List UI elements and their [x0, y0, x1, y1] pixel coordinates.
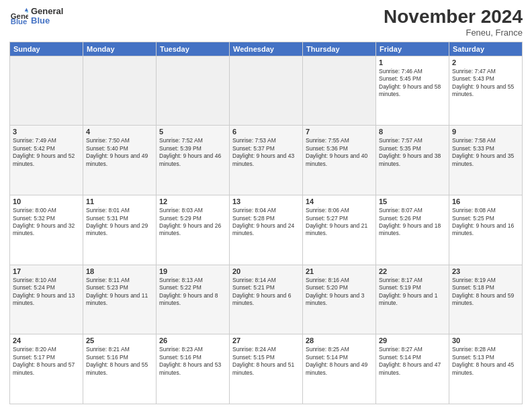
- day-info: Sunrise: 7:50 AM Sunset: 5:40 PM Dayligh…: [86, 137, 153, 168]
- day-info: Sunrise: 7:53 AM Sunset: 5:37 PM Dayligh…: [232, 137, 300, 168]
- calendar-week-2: 3Sunrise: 7:49 AM Sunset: 5:42 PM Daylig…: [10, 126, 523, 195]
- table-row: 22Sunrise: 8:17 AM Sunset: 5:19 PM Dayli…: [376, 265, 449, 334]
- day-number: 12: [159, 197, 226, 205]
- day-number: 21: [306, 267, 373, 275]
- day-number: 4: [86, 128, 153, 136]
- table-row: 23Sunrise: 8:19 AM Sunset: 5:18 PM Dayli…: [449, 265, 523, 334]
- day-info: Sunrise: 8:24 AM Sunset: 5:15 PM Dayligh…: [232, 346, 300, 377]
- day-info: Sunrise: 7:47 AM Sunset: 5:43 PM Dayligh…: [452, 68, 519, 99]
- table-row: 7Sunrise: 7:55 AM Sunset: 5:36 PM Daylig…: [303, 126, 376, 195]
- day-info: Sunrise: 8:10 AM Sunset: 5:24 PM Dayligh…: [13, 277, 80, 308]
- day-number: 16: [452, 197, 519, 205]
- col-saturday: Saturday: [449, 42, 523, 56]
- svg-text:Blue: Blue: [11, 18, 28, 26]
- day-info: Sunrise: 8:03 AM Sunset: 5:29 PM Dayligh…: [159, 207, 226, 238]
- header: General Blue General Blue November 2024 …: [9, 7, 523, 38]
- day-info: Sunrise: 8:20 AM Sunset: 5:17 PM Dayligh…: [13, 346, 80, 377]
- table-row: 26Sunrise: 8:23 AM Sunset: 5:16 PM Dayli…: [157, 334, 230, 404]
- day-number: 24: [13, 336, 80, 345]
- day-number: 7: [306, 128, 373, 136]
- day-info: Sunrise: 8:00 AM Sunset: 5:32 PM Dayligh…: [13, 207, 80, 238]
- title-area: November 2024 Feneu, France: [384, 7, 523, 38]
- day-info: Sunrise: 7:58 AM Sunset: 5:33 PM Dayligh…: [452, 137, 519, 168]
- logo-icon: General Blue: [9, 7, 28, 26]
- table-row: [303, 56, 376, 126]
- table-row: 10Sunrise: 8:00 AM Sunset: 5:32 PM Dayli…: [10, 195, 83, 265]
- table-row: 25Sunrise: 8:21 AM Sunset: 5:16 PM Dayli…: [83, 334, 157, 404]
- day-number: 8: [379, 128, 446, 136]
- day-number: 18: [86, 267, 153, 275]
- day-number: 29: [379, 336, 446, 345]
- table-row: 4Sunrise: 7:50 AM Sunset: 5:40 PM Daylig…: [83, 126, 157, 195]
- calendar-week-3: 10Sunrise: 8:00 AM Sunset: 5:32 PM Dayli…: [10, 195, 523, 265]
- table-row: 21Sunrise: 8:16 AM Sunset: 5:20 PM Dayli…: [303, 265, 376, 334]
- day-info: Sunrise: 8:25 AM Sunset: 5:14 PM Dayligh…: [306, 346, 373, 377]
- calendar-header-row: Sunday Monday Tuesday Wednesday Thursday…: [10, 42, 523, 56]
- table-row: 14Sunrise: 8:06 AM Sunset: 5:27 PM Dayli…: [303, 195, 376, 265]
- day-info: Sunrise: 8:06 AM Sunset: 5:27 PM Dayligh…: [306, 207, 373, 238]
- day-number: 27: [232, 336, 300, 345]
- col-friday: Friday: [376, 42, 449, 56]
- table-row: 11Sunrise: 8:01 AM Sunset: 5:31 PM Dayli…: [83, 195, 157, 265]
- day-info: Sunrise: 8:04 AM Sunset: 5:28 PM Dayligh…: [232, 207, 300, 238]
- table-row: 2Sunrise: 7:47 AM Sunset: 5:43 PM Daylig…: [449, 56, 523, 126]
- logo-general: General: [31, 7, 63, 16]
- day-number: 26: [159, 336, 226, 345]
- calendar-week-1: 1Sunrise: 7:46 AM Sunset: 5:45 PM Daylig…: [10, 56, 523, 126]
- day-info: Sunrise: 8:07 AM Sunset: 5:26 PM Dayligh…: [379, 207, 446, 238]
- table-row: 16Sunrise: 8:08 AM Sunset: 5:25 PM Dayli…: [449, 195, 523, 265]
- calendar: Sunday Monday Tuesday Wednesday Thursday…: [9, 42, 523, 404]
- col-wednesday: Wednesday: [230, 42, 303, 56]
- day-info: Sunrise: 8:11 AM Sunset: 5:23 PM Dayligh…: [86, 277, 153, 308]
- table-row: 8Sunrise: 7:57 AM Sunset: 5:35 PM Daylig…: [376, 126, 449, 195]
- table-row: 15Sunrise: 8:07 AM Sunset: 5:26 PM Dayli…: [376, 195, 449, 265]
- calendar-week-4: 17Sunrise: 8:10 AM Sunset: 5:24 PM Dayli…: [10, 265, 523, 334]
- table-row: [83, 56, 157, 126]
- day-number: 1: [379, 58, 446, 66]
- day-info: Sunrise: 8:21 AM Sunset: 5:16 PM Dayligh…: [86, 346, 153, 377]
- day-number: 23: [452, 267, 519, 275]
- table-row: 24Sunrise: 8:20 AM Sunset: 5:17 PM Dayli…: [10, 334, 83, 404]
- table-row: 3Sunrise: 7:49 AM Sunset: 5:42 PM Daylig…: [10, 126, 83, 195]
- day-number: 15: [379, 197, 446, 205]
- table-row: 20Sunrise: 8:14 AM Sunset: 5:21 PM Dayli…: [230, 265, 303, 334]
- day-info: Sunrise: 8:17 AM Sunset: 5:19 PM Dayligh…: [379, 277, 446, 308]
- table-row: [157, 56, 230, 126]
- logo: General Blue General Blue: [9, 7, 63, 26]
- table-row: 27Sunrise: 8:24 AM Sunset: 5:15 PM Dayli…: [230, 334, 303, 404]
- day-info: Sunrise: 8:28 AM Sunset: 5:13 PM Dayligh…: [452, 346, 519, 377]
- day-info: Sunrise: 8:13 AM Sunset: 5:22 PM Dayligh…: [159, 277, 226, 308]
- day-info: Sunrise: 7:52 AM Sunset: 5:39 PM Dayligh…: [159, 137, 226, 168]
- table-row: 6Sunrise: 7:53 AM Sunset: 5:37 PM Daylig…: [230, 126, 303, 195]
- table-row: [10, 56, 83, 126]
- day-number: 14: [306, 197, 373, 205]
- col-sunday: Sunday: [10, 42, 83, 56]
- day-info: Sunrise: 8:23 AM Sunset: 5:16 PM Dayligh…: [159, 346, 226, 377]
- day-info: Sunrise: 7:55 AM Sunset: 5:36 PM Dayligh…: [306, 137, 373, 168]
- day-number: 20: [232, 267, 300, 275]
- location: Feneu, France: [384, 28, 523, 38]
- day-number: 6: [232, 128, 300, 136]
- calendar-week-5: 24Sunrise: 8:20 AM Sunset: 5:17 PM Dayli…: [10, 334, 523, 404]
- page: General Blue General Blue November 2024 …: [0, 0, 532, 411]
- day-number: 28: [306, 336, 373, 345]
- day-info: Sunrise: 8:27 AM Sunset: 5:14 PM Dayligh…: [379, 346, 446, 377]
- table-row: 18Sunrise: 8:11 AM Sunset: 5:23 PM Dayli…: [83, 265, 157, 334]
- day-number: 30: [452, 336, 519, 345]
- day-number: 11: [86, 197, 153, 205]
- table-row: 29Sunrise: 8:27 AM Sunset: 5:14 PM Dayli…: [376, 334, 449, 404]
- day-info: Sunrise: 8:14 AM Sunset: 5:21 PM Dayligh…: [232, 277, 300, 308]
- day-info: Sunrise: 8:19 AM Sunset: 5:18 PM Dayligh…: [452, 277, 519, 308]
- day-number: 2: [452, 58, 519, 66]
- day-number: 19: [159, 267, 226, 275]
- logo-blue: Blue: [31, 16, 63, 26]
- day-info: Sunrise: 8:16 AM Sunset: 5:20 PM Dayligh…: [306, 277, 373, 308]
- day-info: Sunrise: 7:57 AM Sunset: 5:35 PM Dayligh…: [379, 137, 446, 168]
- col-monday: Monday: [83, 42, 157, 56]
- table-row: 19Sunrise: 8:13 AM Sunset: 5:22 PM Dayli…: [157, 265, 230, 334]
- day-number: 25: [86, 336, 153, 345]
- table-row: 17Sunrise: 8:10 AM Sunset: 5:24 PM Dayli…: [10, 265, 83, 334]
- table-row: [230, 56, 303, 126]
- day-number: 3: [13, 128, 80, 136]
- day-number: 5: [159, 128, 226, 136]
